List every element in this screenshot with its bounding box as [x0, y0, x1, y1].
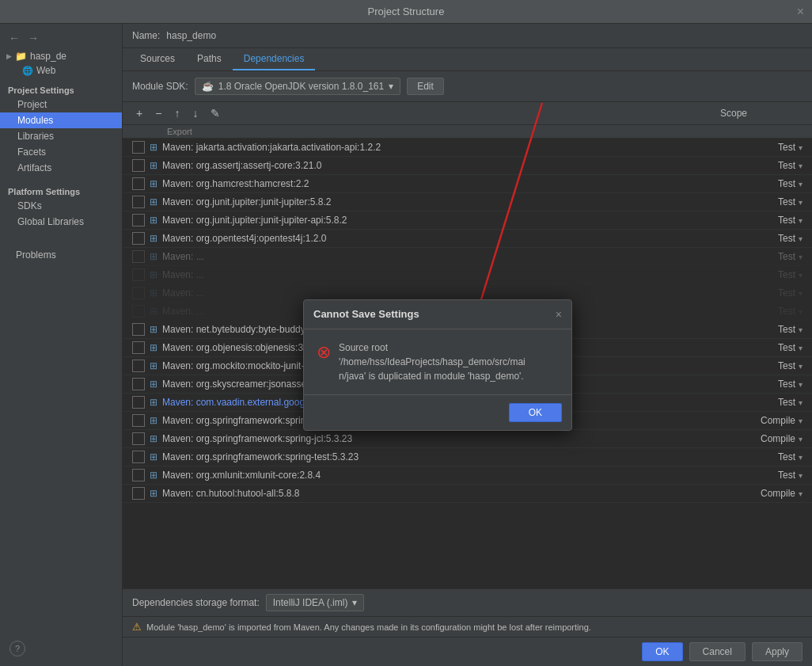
modal-content: Source root '/home/hss/IdeaProjects/hasp… — [339, 341, 526, 383]
cannot-save-dialog: Cannot Save Settings × ⊗ Source root '/h… — [303, 299, 572, 431]
modal-error-icon: ⊗ — [317, 342, 331, 383]
modal-body: ⊗ Source root '/home/hss/IdeaProjects/ha… — [304, 329, 571, 394]
modal-ok-button[interactable]: OK — [509, 403, 562, 422]
modal-message-line1: Source root — [339, 341, 526, 355]
modal-header: Cannot Save Settings × — [304, 300, 571, 329]
modal-message-line3: n/java' is duplicated in module 'hasp_de… — [339, 369, 526, 383]
modal-close-button[interactable]: × — [556, 308, 562, 321]
modal-overlay: Cannot Save Settings × ⊗ Source root '/h… — [0, 0, 812, 666]
modal-message-line2: '/home/hss/IdeaProjects/hasp_demo/src/ma… — [339, 355, 526, 369]
modal-title: Cannot Save Settings — [313, 308, 419, 320]
modal-footer: OK — [304, 394, 571, 430]
